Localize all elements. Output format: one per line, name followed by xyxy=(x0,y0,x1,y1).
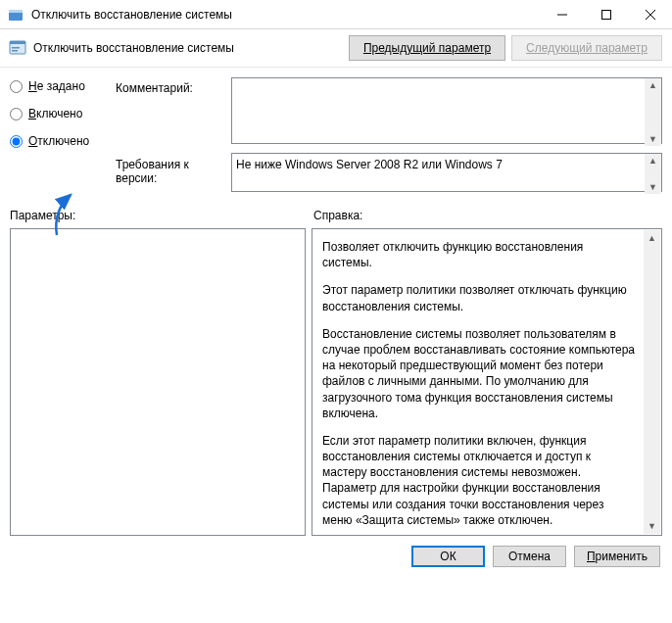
title-bar: Отключить восстановление системы xyxy=(0,0,672,29)
requirements-label: Требования к версии: xyxy=(116,158,231,185)
help-text: Если этот параметр политики включен, фун… xyxy=(322,433,636,528)
radio-enabled[interactable]: Включено xyxy=(10,107,116,120)
scrollbar[interactable]: ▲▼ xyxy=(644,230,660,534)
radio-not-configured-input[interactable] xyxy=(10,80,23,93)
policy-header: Отключить восстановление системы Предыду… xyxy=(0,29,672,68)
comment-textarea[interactable] xyxy=(231,77,662,144)
radio-enabled-label: Включено xyxy=(28,107,82,120)
radio-not-configured[interactable]: Не задано xyxy=(10,79,116,93)
requirements-textarea xyxy=(231,153,662,192)
panels: Позволяет отключить функцию восстановлен… xyxy=(10,228,662,536)
cancel-button[interactable]: Отмена xyxy=(493,546,566,567)
radio-enabled-input[interactable] xyxy=(10,108,23,120)
field-inputs: ▲▼ ▲▼ xyxy=(231,77,662,195)
policy-icon xyxy=(8,38,27,58)
requirements-wrap: ▲▼ xyxy=(231,153,662,195)
footer-buttons: ОК Отмена Применить xyxy=(0,536,672,577)
top-grid: Не задано Включено Отключено Комментарий… xyxy=(10,77,662,195)
scroll-up-icon[interactable]: ▲ xyxy=(648,232,656,244)
radio-disabled[interactable]: Отключено xyxy=(10,134,116,148)
svg-rect-3 xyxy=(601,10,610,19)
policy-title: Отключить восстановление системы xyxy=(33,41,349,55)
nav-buttons: Предыдущий параметр Следующий параметр xyxy=(349,35,662,61)
scroll-down-icon[interactable]: ▼ xyxy=(648,182,657,192)
scroll-down-icon[interactable]: ▼ xyxy=(648,520,656,532)
scroll-up-icon[interactable]: ▲ xyxy=(648,156,657,166)
close-button[interactable] xyxy=(628,0,672,28)
maximize-button[interactable] xyxy=(584,0,628,28)
help-panel: Позволяет отключить функцию восстановлен… xyxy=(312,228,662,536)
window-controls xyxy=(540,0,672,28)
help-text: Восстановление системы позволяет пользов… xyxy=(322,326,636,421)
parameters-label: Параметры: xyxy=(10,209,313,222)
radio-disabled-label: Отключено xyxy=(28,134,89,148)
scroll-up-icon[interactable]: ▲ xyxy=(648,80,657,90)
app-icon xyxy=(8,7,24,23)
window-title: Отключить восстановление системы xyxy=(31,8,540,22)
ok-button[interactable]: ОК xyxy=(411,546,485,567)
help-text: Этот параметр политики позволяет отключа… xyxy=(322,282,636,313)
parameters-panel xyxy=(10,228,306,536)
previous-setting-button[interactable]: Предыдущий параметр xyxy=(349,35,505,61)
radio-disabled-input[interactable] xyxy=(10,135,23,148)
minimize-button[interactable] xyxy=(540,0,584,28)
content-area: Не задано Включено Отключено Комментарий… xyxy=(0,68,672,536)
svg-rect-1 xyxy=(9,10,23,13)
help-text: Позволяет отключить функцию восстановлен… xyxy=(322,239,636,270)
help-label: Справка: xyxy=(313,209,362,222)
svg-rect-7 xyxy=(10,41,25,44)
radio-group: Не задано Включено Отключено xyxy=(10,77,116,148)
scroll-down-icon[interactable]: ▼ xyxy=(648,134,657,144)
scrollbar[interactable]: ▲▼ xyxy=(645,78,661,146)
comment-wrap: ▲▼ xyxy=(231,77,662,147)
scrollbar[interactable]: ▲▼ xyxy=(645,154,661,194)
next-setting-button: Следующий параметр xyxy=(511,35,662,61)
radio-not-configured-label: Не задано xyxy=(28,79,85,93)
svg-rect-8 xyxy=(12,47,20,49)
apply-button[interactable]: Применить xyxy=(574,546,660,567)
svg-rect-9 xyxy=(12,50,18,52)
field-labels: Комментарий: Требования к версии: xyxy=(116,77,231,185)
comment-label: Комментарий: xyxy=(116,81,231,95)
mid-labels: Параметры: Справка: xyxy=(10,209,662,222)
